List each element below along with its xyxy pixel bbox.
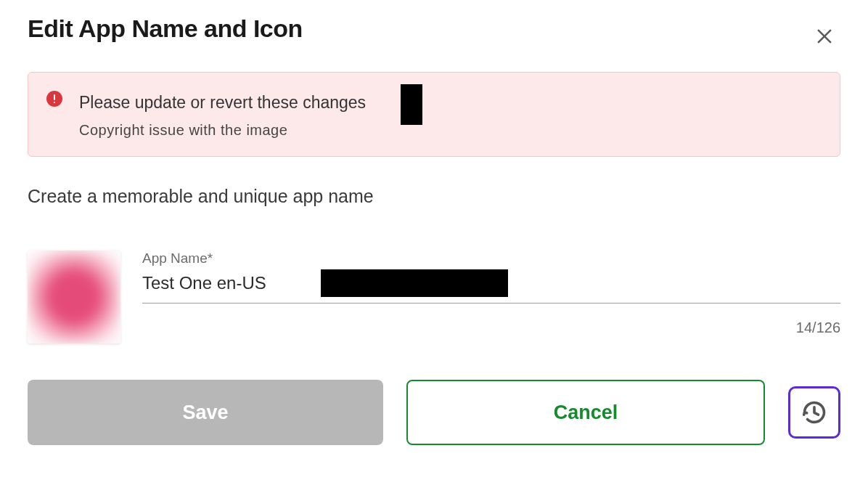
cancel-button[interactable]: Cancel bbox=[406, 380, 765, 445]
app-icon-image bbox=[28, 250, 120, 343]
app-name-input[interactable] bbox=[142, 270, 302, 296]
helper-text: Create a memorable and unique app name bbox=[28, 186, 840, 207]
page-title: Edit App Name and Icon bbox=[28, 15, 303, 43]
close-icon bbox=[814, 26, 835, 46]
save-button[interactable]: Save bbox=[28, 380, 383, 445]
alert-icon bbox=[46, 90, 63, 107]
history-icon bbox=[801, 399, 828, 426]
redacted-block bbox=[401, 84, 422, 125]
close-button[interactable] bbox=[808, 20, 840, 54]
alert-subtitle: Copyright issue with the image bbox=[79, 122, 822, 139]
char-counter: 14/126 bbox=[796, 319, 840, 336]
alert-banner: Please update or revert these changes Co… bbox=[28, 72, 840, 157]
alert-title: Please update or revert these changes bbox=[79, 93, 366, 113]
history-button[interactable] bbox=[788, 386, 840, 439]
svg-rect-2 bbox=[54, 102, 55, 103]
app-name-label: App Name* bbox=[142, 250, 840, 266]
svg-rect-1 bbox=[54, 94, 55, 100]
redacted-block bbox=[321, 269, 508, 297]
app-icon-upload[interactable] bbox=[28, 250, 120, 343]
